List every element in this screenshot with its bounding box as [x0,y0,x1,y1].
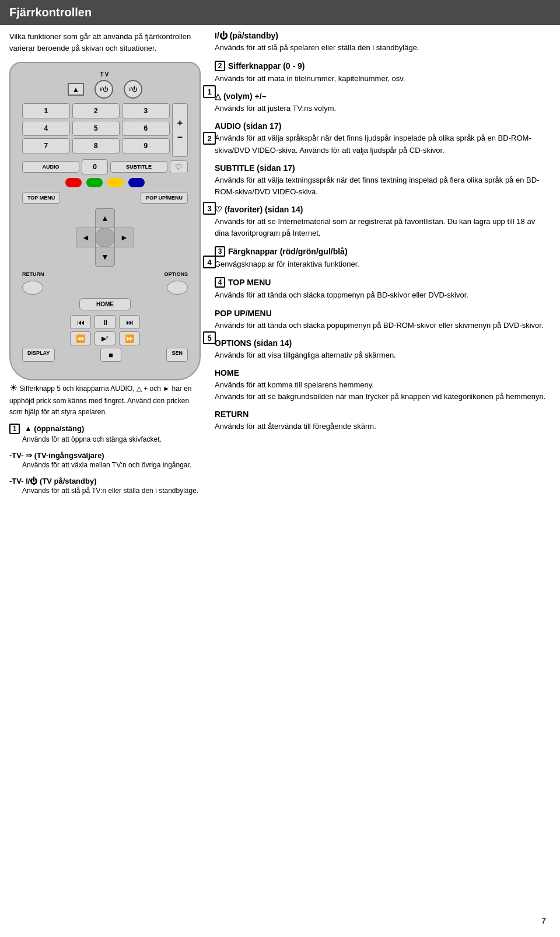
section-return-body: Används för att återvända till föregåend… [215,421,551,432]
section-fargknappar: 3 Färgknappar (röd/grön/gul/blå) Genvägs… [215,246,551,270]
volume-control: + – [172,103,188,157]
tv-input-title: -TV- ⇒ (TV-ingångsväljare) [9,451,104,460]
eject-button[interactable]: ▲ [68,83,84,96]
blue-button[interactable] [128,178,145,187]
page-title: Fjärrkontrollen [9,6,92,19]
page-number: 7 [541,916,546,925]
btn-2[interactable]: 2 [72,103,120,118]
section-volym-body: Används för att justera TV:ns volym. [215,103,551,114]
zero-button[interactable]: 0 [82,159,108,174]
fargknappar-num: 3 [215,246,225,257]
section-fargknappar-body: Genvägsknapp ar för interaktiva funktion… [215,258,551,270]
audio-subtitle-row: AUDIO 0 SUBTITLE ♡ [22,159,188,174]
menu-row: TOP MENU POP UP/MENU [22,192,188,204]
options-button[interactable] [167,281,188,295]
tv-label: TV [22,71,188,78]
num-grid: 1 2 3 4 5 6 7 8 9 [22,103,170,153]
btn-7[interactable]: 7 [22,138,70,153]
page-header: Fjärrkontrollen [0,0,560,25]
yellow-button[interactable] [107,178,124,187]
return-button[interactable] [22,281,43,295]
btn-5[interactable]: 5 [72,121,120,136]
section-topmenu-body: Används för att tända och släcka toppmen… [215,289,551,301]
intro-text: Vilka funktioner som går att använda på … [9,31,201,54]
power-button-1[interactable]: I/⏻ [94,80,113,99]
volume-plus[interactable]: + [177,118,183,128]
numpad-section: 1 2 3 4 5 6 7 8 9 + – [22,103,188,157]
section-power-title: I/⏻ (på/standby) [215,31,551,40]
callout-3: 3 [203,202,216,215]
dpad-down[interactable]: ▼ [95,247,115,267]
stop-button[interactable]: ■ [100,348,121,362]
display-button[interactable]: DISPLAY [22,348,55,362]
section-sifferknappar-title: 2 Sifferknappar (0 - 9) [215,61,551,71]
section-favoriter: ♡ (favoriter) (sidan 14) Används för att… [215,205,551,239]
sen-button[interactable]: SEN [166,348,188,362]
home-button[interactable]: HOME [79,298,131,310]
dpad-section: ▲ ◄ ► ▼ [22,208,188,267]
sifferknappar-num: 2 [215,61,225,71]
callout-2: 2 [203,132,216,145]
section-audio-title: AUDIO (sidan 17) [215,121,551,131]
heart-button[interactable]: ♡ [170,160,188,173]
play-button[interactable]: ▶° [94,331,116,345]
section-favoriter-body: Används för att se Internetmaterial som … [215,216,551,239]
return-options-row: RETURN OPTIONS [22,271,188,277]
btn-6[interactable]: 6 [122,121,170,136]
section-popupmenu: POP UP/MENU Används för att tända och sl… [215,309,551,331]
sifferknappar-label: Sifferknappar (0 - 9) [228,61,304,71]
item-1-num: 1 [9,424,20,434]
remote-body: TV ▲ I/⏻ I/⏻ 1 [9,62,201,380]
item-1-title: ▲ (öppna/stäng) [24,424,84,433]
section-subtitle-body: Används för att välja textningsspråk när… [215,174,551,198]
prev-button[interactable]: ⏮ [70,315,91,329]
dpad-left[interactable]: ◄ [76,228,96,247]
power-button-2[interactable]: I/⏻ [124,80,142,99]
left-column: Vilka funktioner som går att använda på … [0,31,210,502]
red-button[interactable] [65,178,82,187]
popup-menu-button[interactable]: POP UP/MENU [141,192,188,204]
volume-minus[interactable]: – [177,132,183,142]
remote-illustration: TV ▲ I/⏻ I/⏻ 1 [9,62,201,380]
next-button[interactable]: ⏭ [119,315,140,329]
section-audio-body: Används för att välja språkspår när det … [215,132,551,156]
btn-9[interactable]: 9 [122,138,170,153]
topmenu-label: TOP MENU [228,278,271,287]
section-fargknappar-title: 3 Färgknappar (röd/grön/gul/blå) [215,246,551,257]
btn-8[interactable]: 8 [72,138,120,153]
section-popupmenu-title: POP UP/MENU [215,309,551,318]
green-button[interactable] [86,178,103,187]
tv-input-body: Används för att växla mellan TV:n och öv… [22,460,201,470]
btn-3[interactable]: 3 [122,103,170,118]
section-return-title: RETURN [215,410,551,419]
section-audio: AUDIO (sidan 17) Används för att välja s… [215,121,551,156]
pause-button[interactable]: ⏸ [94,315,116,329]
ffwd-button[interactable]: ⏩ [119,331,140,345]
dpad-center[interactable] [95,228,115,247]
tv-power-body: Används för att slå på TV:n eller ställa… [22,485,201,496]
btn-1[interactable]: 1 [22,103,70,118]
callout-4: 4 [203,256,216,268]
section-home-body: Används för att komma till spelarens hem… [215,379,551,403]
playback-row-1: ⏮ ⏸ ⏭ [22,315,188,329]
section-topmenu-title: 4 TOP MENU [215,277,551,288]
audio-button[interactable]: AUDIO [22,161,79,173]
subtitle-button[interactable]: SUBTITLE [110,161,167,173]
dpad-right[interactable]: ► [114,228,134,247]
btn-4[interactable]: 4 [22,121,70,136]
tip-icon: ☀ [9,383,18,393]
section-power: I/⏻ (på/standby) Används för att slå på … [215,31,551,54]
rewind-button[interactable]: ⏪ [70,331,91,345]
item-open-close: 1 ▲ (öppna/stäng) Används för att öppna … [9,424,201,445]
top-menu-button[interactable]: TOP MENU [22,192,60,204]
dpad-up[interactable]: ▲ [95,208,115,228]
section-subtitle-title: SUBTITLE (sidan 17) [215,163,551,173]
tv-power-title: -TV- I/⏻ (TV på/standby) [9,477,97,485]
section-favoriter-title: ♡ (favoriter) (sidan 14) [215,205,551,214]
section-return: RETURN Används för att återvända till fö… [215,410,551,432]
numpad: 1 2 3 4 5 6 7 8 9 [22,103,170,157]
section-options: OPTIONS (sidan 14) Används för att visa … [215,338,551,361]
item-tv-power: -TV- I/⏻ (TV på/standby) Används för att… [9,476,201,496]
dpad: ▲ ◄ ► ▼ [76,208,134,267]
item-1-body: Används för att öppna och stänga skivfac… [22,434,201,445]
